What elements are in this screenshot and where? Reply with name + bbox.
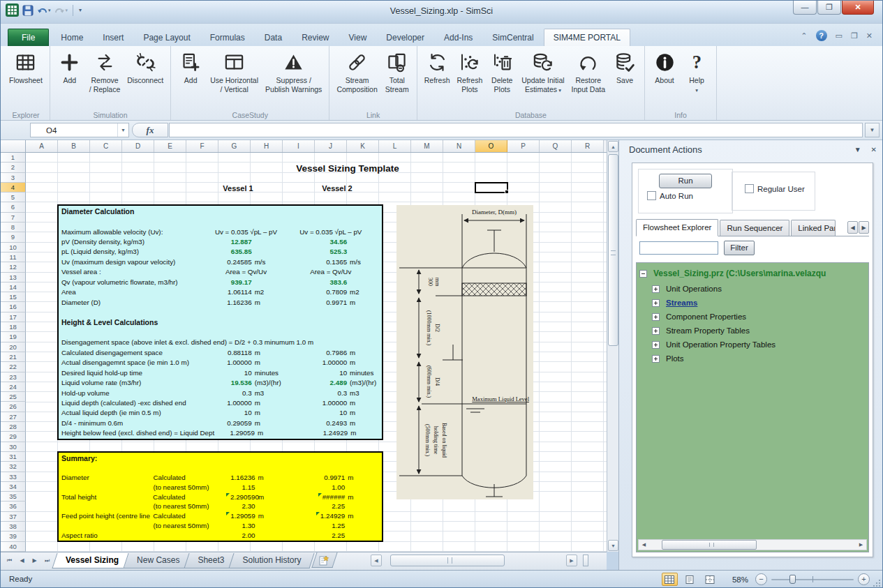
- ribbon-button-stream-composition[interactable]: Stream Composition: [333, 48, 380, 108]
- run-button[interactable]: Run: [659, 174, 712, 188]
- save-button[interactable]: [22, 4, 34, 17]
- ribbon-button-update-initial-estimates[interactable]: Update Initial Estimates ▾: [518, 48, 567, 108]
- tab-scroll-left-icon[interactable]: ◀: [847, 221, 858, 234]
- zoom-slider-thumb[interactable]: [789, 575, 796, 584]
- select-all-corner[interactable]: [1, 140, 26, 153]
- tree-item-unit-operation-property-tables[interactable]: Unit Operation Property Tables: [652, 338, 868, 352]
- row-header-20[interactable]: 20: [1, 342, 26, 352]
- vertical-scrollbar[interactable]: ▲ ▼: [607, 140, 618, 552]
- sheet-tab-sheet3[interactable]: Sheet3: [186, 553, 235, 568]
- resize-grip[interactable]: [872, 578, 881, 587]
- tree-item-streams[interactable]: Streams: [652, 296, 868, 310]
- collapse-icon[interactable]: [639, 270, 647, 278]
- column-header-b[interactable]: B: [58, 140, 90, 152]
- ribbon-button-save[interactable]: Save: [609, 48, 641, 108]
- ribbon-button-add[interactable]: Add: [54, 48, 86, 108]
- last-sheet-icon[interactable]: ⏭: [41, 555, 53, 566]
- tree-scroll-left-icon[interactable]: ◀: [639, 540, 649, 550]
- row-header-12[interactable]: 12: [1, 262, 26, 272]
- scroll-left-icon[interactable]: ◀: [371, 555, 382, 566]
- row-header-18[interactable]: 18: [1, 322, 26, 332]
- ribbon-button-help[interactable]: ?Help ▾: [681, 48, 713, 108]
- insert-worksheet-button[interactable]: [314, 552, 335, 568]
- row-header-23[interactable]: 23: [1, 372, 26, 382]
- collapse-ribbon-icon[interactable]: ⌃: [801, 31, 807, 40]
- ribbon-tab-insert[interactable]: Insert: [93, 29, 133, 46]
- formula-bar-expand-button[interactable]: ▼: [865, 123, 880, 137]
- expand-icon[interactable]: [652, 355, 660, 363]
- page-break-view-button[interactable]: [702, 573, 718, 586]
- column-header-c[interactable]: C: [90, 140, 122, 152]
- row-header-7[interactable]: 7: [1, 213, 26, 223]
- row-header-5[interactable]: 5: [1, 193, 26, 202]
- row-header-8[interactable]: 8: [1, 223, 26, 232]
- ribbon-button-total-stream[interactable]: Total Stream: [381, 48, 413, 108]
- ribbon-tab-review[interactable]: Review: [292, 29, 339, 46]
- tree-item-stream-property-tables[interactable]: Stream Property Tables: [652, 324, 868, 338]
- row-header-32[interactable]: 32: [1, 462, 26, 472]
- row-header-27[interactable]: 27: [1, 412, 26, 422]
- tree-scroll-right-icon[interactable]: ▶: [856, 540, 866, 550]
- expand-icon[interactable]: [652, 285, 660, 293]
- row-header-33[interactable]: 33: [1, 472, 26, 482]
- row-header-22[interactable]: 22: [1, 362, 26, 372]
- pane-close-icon[interactable]: ✕: [871, 146, 877, 153]
- minimize-button[interactable]: —: [793, 1, 817, 15]
- row-header-4[interactable]: 4: [1, 183, 26, 193]
- ribbon-tab-home[interactable]: Home: [51, 29, 93, 46]
- ribbon-tab-view[interactable]: View: [339, 29, 377, 46]
- close-button[interactable]: ✕: [842, 1, 874, 15]
- auto-run-checkbox[interactable]: [647, 191, 656, 200]
- ribbon-button-flowsheet[interactable]: Flowsheet: [6, 48, 46, 108]
- normal-view-button[interactable]: [662, 573, 678, 586]
- row-header-17[interactable]: 17: [1, 312, 26, 322]
- row-header-2[interactable]: 2: [1, 163, 26, 172]
- ribbon-tab-data[interactable]: Data: [255, 29, 292, 46]
- scroll-up-icon[interactable]: ▲: [608, 141, 618, 152]
- row-header-37[interactable]: 37: [1, 512, 26, 522]
- row-header-38[interactable]: 38: [1, 522, 26, 532]
- sheet-tab-vessel-sizing[interactable]: Vessel Sizing: [54, 553, 130, 568]
- row-header-35[interactable]: 35: [1, 492, 26, 502]
- filter-input[interactable]: [639, 241, 718, 255]
- expand-icon[interactable]: [652, 299, 660, 307]
- undo-dropdown-icon[interactable]: ▾: [48, 8, 51, 13]
- ribbon-tab-developer[interactable]: Developer: [376, 29, 434, 46]
- row-header-24[interactable]: 24: [1, 382, 26, 392]
- ribbon-tab-page-layout[interactable]: Page Layout: [133, 29, 200, 46]
- tree-scroll-thumb[interactable]: [662, 540, 757, 550]
- column-header-j[interactable]: J: [315, 140, 347, 152]
- tree-root-item[interactable]: Vessel_Sizing.prz (C:\Users\marina.velaz…: [639, 266, 868, 280]
- row-header-25[interactable]: 25: [1, 392, 26, 402]
- column-header-d[interactable]: D: [122, 140, 154, 152]
- column-header-h[interactable]: H: [251, 140, 283, 152]
- ribbon-button-remove-replace[interactable]: Remove / Replace: [86, 48, 124, 108]
- selected-cell[interactable]: [475, 182, 508, 193]
- row-header-31[interactable]: 31: [1, 452, 26, 462]
- row-header-3[interactable]: 3: [1, 173, 26, 183]
- row-header-40[interactable]: 40: [1, 542, 26, 552]
- pane-tab-flowsheet-explorer[interactable]: Flowsheet Explorer: [636, 219, 718, 236]
- sheet-tab-solution-history[interactable]: Solution History: [231, 553, 312, 568]
- scroll-down-icon[interactable]: ▼: [608, 540, 618, 551]
- ribbon-tab-formulas[interactable]: Formulas: [200, 29, 255, 46]
- column-header-r[interactable]: R: [572, 140, 604, 152]
- workbook-minimize-icon[interactable]: ▭: [836, 31, 843, 40]
- restore-button[interactable]: ❐: [817, 1, 841, 15]
- ribbon-button-restore-input-data[interactable]: Restore Input Data: [568, 48, 609, 108]
- help-icon[interactable]: ?: [816, 30, 827, 41]
- qat-customize-button[interactable]: ▾: [77, 6, 82, 14]
- zoom-slider[interactable]: [771, 573, 854, 585]
- row-header-1[interactable]: 1: [1, 153, 26, 163]
- row-header-9[interactable]: 9: [1, 232, 26, 242]
- row-header-36[interactable]: 36: [1, 502, 26, 511]
- ribbon-button-refresh[interactable]: Refresh: [421, 48, 454, 108]
- row-header-14[interactable]: 14: [1, 282, 26, 292]
- zoom-in-button[interactable]: +: [858, 573, 870, 585]
- name-box[interactable]: O4 ▼: [30, 123, 129, 137]
- ribbon-button-about[interactable]: About: [648, 48, 681, 108]
- insert-function-button[interactable]: fx: [132, 123, 168, 137]
- redo-dropdown-icon[interactable]: ▾: [66, 8, 68, 13]
- row-header-13[interactable]: 13: [1, 273, 26, 282]
- ribbon-tab-file[interactable]: File: [8, 29, 49, 46]
